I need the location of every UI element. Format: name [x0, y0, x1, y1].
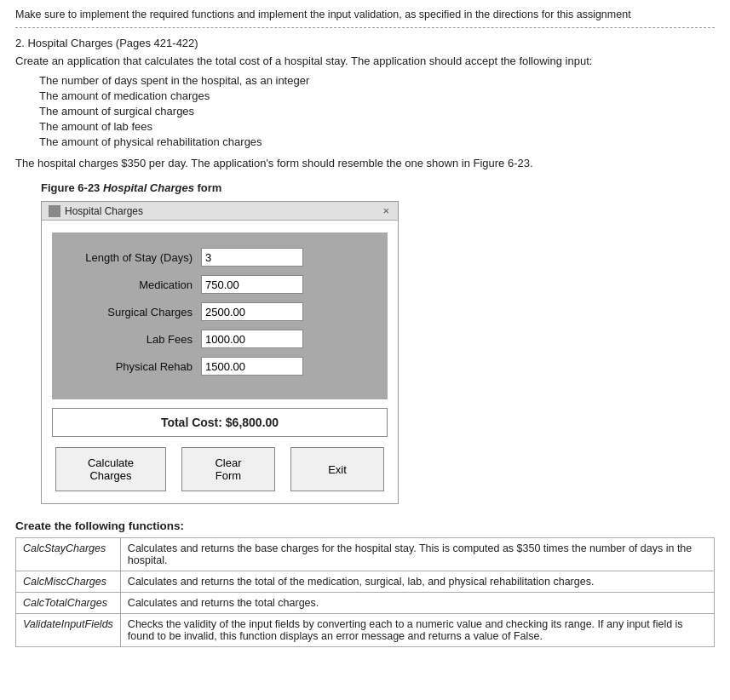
input-physical-rehab[interactable] — [201, 357, 303, 376]
button-row: Calculate Charges Clear Form Exit — [52, 447, 388, 491]
func-desc-3: Calculates and returns the total charges… — [120, 593, 714, 614]
window-close-button[interactable]: × — [381, 204, 391, 217]
func-name-1: CalcStayCharges — [16, 538, 121, 571]
table-row: ValidateInputFields Checks the validity … — [16, 614, 715, 647]
label-lab-fees: Lab Fees — [69, 333, 201, 346]
input-medication[interactable] — [201, 275, 303, 294]
input-lab-fees[interactable] — [201, 330, 303, 348]
form-row-5: Physical Rehab — [69, 357, 371, 376]
func-desc-1: Calculates and returns the base charges … — [120, 538, 714, 571]
hospital-charges-window: Hospital Charges × Length of Stay (Days)… — [41, 201, 399, 504]
section-name: Hospital Charges — [27, 37, 112, 49]
input-area: Length of Stay (Days) Medication Surgica… — [52, 232, 388, 399]
input-length-of-stay[interactable] — [201, 248, 303, 267]
input-item-5: The amount of physical rehabilitation ch… — [39, 135, 715, 148]
input-item-1: The number of days spent in the hospital… — [39, 74, 715, 87]
table-row: CalcMiscCharges Calculates and returns t… — [16, 571, 715, 593]
table-row: CalcStayCharges Calculates and returns t… — [16, 538, 715, 571]
label-medication: Medication — [69, 278, 201, 291]
label-surgical-charges: Surgical Charges — [69, 306, 201, 318]
exit-button[interactable]: Exit — [290, 447, 384, 491]
titlebar-left: Hospital Charges — [49, 205, 143, 217]
top-note: Make sure to implement the required func… — [15, 9, 715, 20]
figure-title-italic: Hospital Charges — [103, 181, 194, 194]
figure-label: Figure 6-23 Hospital Charges form — [41, 181, 715, 194]
window-titlebar: Hospital Charges × — [42, 202, 398, 221]
table-row: CalcTotalCharges Calculates and returns … — [16, 593, 715, 614]
input-surgical-charges[interactable] — [201, 302, 303, 321]
func-name-2: CalcMiscCharges — [16, 571, 121, 593]
func-desc-2: Calculates and returns the total of the … — [120, 571, 714, 593]
form-row-2: Medication — [69, 275, 371, 294]
inputs-list: The number of days spent in the hospital… — [39, 74, 715, 148]
form-row-4: Lab Fees — [69, 330, 371, 348]
func-name-3: CalcTotalCharges — [16, 593, 121, 614]
func-name-4: ValidateInputFields — [16, 614, 121, 647]
label-physical-rehab: Physical Rehab — [69, 360, 201, 373]
note-below: The hospital charges $350 per day. The a… — [15, 157, 715, 169]
form-row-3: Surgical Charges — [69, 302, 371, 321]
divider — [15, 27, 715, 28]
section-pages: (Pages 421-422) — [116, 37, 198, 49]
window-body: Length of Stay (Days) Medication Surgica… — [42, 221, 398, 503]
label-length-of-stay: Length of Stay (Days) — [69, 251, 201, 264]
functions-table: CalcStayCharges Calculates and returns t… — [15, 537, 715, 647]
clear-form-button[interactable]: Clear Form — [181, 447, 275, 491]
input-item-2: The amount of medication charges — [39, 89, 715, 102]
section-title: 2. Hospital Charges (Pages 421-422) — [15, 37, 715, 49]
total-cost-display: Total Cost: $6,800.00 — [52, 408, 388, 437]
calculate-charges-button[interactable]: Calculate Charges — [55, 447, 166, 491]
functions-section-title: Create the following functions: — [15, 519, 715, 532]
section-number: 2. — [15, 37, 25, 49]
form-row-1: Length of Stay (Days) — [69, 248, 371, 267]
window-title: Hospital Charges — [65, 205, 143, 217]
input-item-3: The amount of surgical charges — [39, 105, 715, 118]
window-app-icon — [49, 205, 60, 217]
input-item-4: The amount of lab fees — [39, 120, 715, 133]
section-description: Create an application that calculates th… — [15, 55, 715, 67]
func-desc-4: Checks the validity of the input fields … — [120, 614, 714, 647]
